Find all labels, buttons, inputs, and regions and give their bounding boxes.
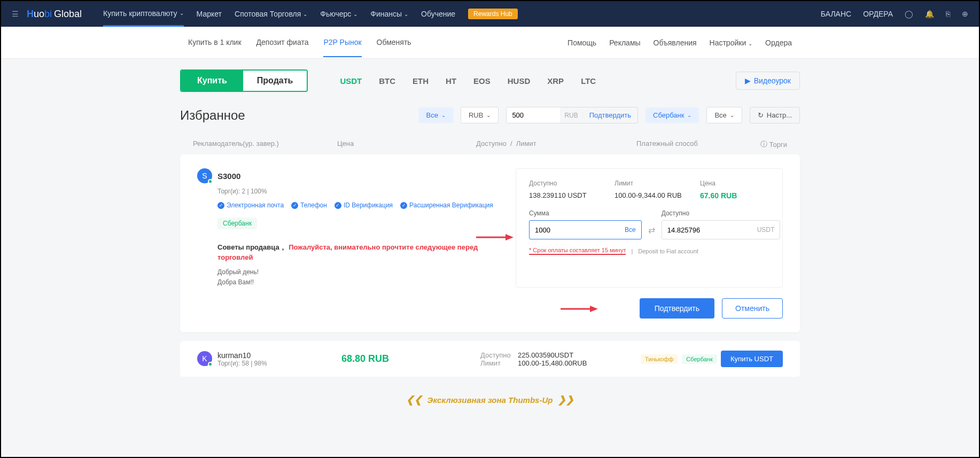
- payment-time-note: * Срок оплаты составляет 15 минут: [529, 247, 626, 255]
- filter-confirm[interactable]: Подтвердить: [582, 111, 637, 119]
- cancel-button[interactable]: Отменить: [722, 298, 783, 319]
- nav-buy-crypto[interactable]: Купить криптовалюту⌄: [103, 2, 184, 27]
- coin-btc[interactable]: BTC: [379, 76, 395, 86]
- panel-available-value: 138.239110 USDT: [529, 191, 598, 199]
- badge-id: ✓ID Верификация: [335, 201, 393, 209]
- payment-sberbank: Сбербанк: [217, 218, 257, 229]
- subnav-settings[interactable]: Настройки ⌄: [710, 29, 753, 57]
- filter-all[interactable]: Все⌄: [419, 107, 453, 123]
- panel-price-label: Цена: [700, 180, 769, 187]
- seller-tips: Советы продавца， Пожалуйста, внимательно…: [217, 242, 494, 288]
- subnav-one-click[interactable]: Купить в 1 клик: [188, 28, 242, 57]
- logo[interactable]: HuobiGlobal: [27, 9, 82, 20]
- nav-market[interactable]: Маркет: [197, 2, 222, 26]
- user-icon[interactable]: ◯: [905, 10, 913, 18]
- nav-futures[interactable]: Фьючерс⌄: [320, 2, 357, 26]
- svg-marker-3: [590, 306, 598, 312]
- coin-usdt[interactable]: USDT: [340, 76, 362, 86]
- subnav-orders[interactable]: Ордера: [765, 29, 792, 57]
- payment-tinkoff: Тинькофф: [641, 354, 678, 364]
- nav-spot[interactable]: Спотовая Торговля⌄: [235, 2, 307, 26]
- row-price: 68.80 RUB: [341, 353, 480, 364]
- sum-input[interactable]: [535, 226, 625, 234]
- nav-finance[interactable]: Финансы⌄: [370, 2, 408, 26]
- filter-settings[interactable]: ↻Настр...: [750, 107, 800, 123]
- rewards-hub-badge[interactable]: Rewards Hub: [468, 9, 518, 19]
- filter-currency[interactable]: RUB⌄: [461, 107, 499, 123]
- sum-all-button[interactable]: Все: [625, 226, 636, 234]
- sell-button[interactable]: Продать: [243, 71, 307, 91]
- avail2-unit: USDT: [757, 226, 775, 234]
- coin-eth[interactable]: ETH: [413, 76, 429, 86]
- sub-navigation: Купить в 1 клик Депозит фиата P2P Рынок …: [1, 27, 979, 59]
- filter-all2[interactable]: Все⌄: [706, 107, 742, 123]
- order-row: K kurman10 Торг(и): 58 | 98% 68.80 RUB Д…: [180, 341, 800, 377]
- laurel-right-icon: ❯❯: [558, 394, 574, 406]
- chevron-down-icon: ⌄: [486, 112, 491, 118]
- info-icon: ⓘ: [760, 139, 767, 149]
- deposit-note[interactable]: Deposit to Fiat account: [638, 248, 698, 254]
- buy-sell-toggle: Купить Продать: [180, 69, 308, 92]
- swap-icon[interactable]: ⇄: [648, 225, 655, 235]
- seller-stats: Торг(и): 58 | 98%: [217, 360, 267, 367]
- video-tutorial-link[interactable]: ▶Видеоурок: [736, 72, 800, 90]
- filter-bank[interactable]: Сбербанк⌄: [645, 107, 699, 123]
- badge-phone: ✓Телефон: [291, 201, 327, 209]
- coin-ltc[interactable]: LTC: [581, 76, 596, 86]
- subnav-listings[interactable]: Объявления: [654, 29, 697, 57]
- seller-name[interactable]: S3000: [217, 172, 240, 181]
- page-title: Избранное: [180, 108, 245, 123]
- avail2-input[interactable]: [667, 226, 757, 234]
- confirm-button[interactable]: Подтвердить: [640, 298, 714, 319]
- avail2-label: Доступно: [662, 209, 781, 217]
- nav-orders[interactable]: ОРДЕРА: [863, 10, 893, 18]
- subnav-ads[interactable]: Рекламы: [609, 29, 640, 57]
- sum-input-box: Все: [529, 220, 642, 239]
- globe-icon[interactable]: ⊕: [962, 10, 968, 18]
- play-icon: ▶: [745, 76, 751, 85]
- subnav-help[interactable]: Помощь: [567, 29, 596, 57]
- coin-ht[interactable]: HT: [446, 76, 456, 86]
- seller-name[interactable]: kurman10: [217, 351, 267, 360]
- trade-row: Купить Продать USDT BTC ETH HT EOS HUSD …: [180, 69, 800, 92]
- svg-marker-1: [505, 234, 514, 240]
- filter-amount-input[interactable]: [507, 107, 560, 123]
- buy-button[interactable]: Купить: [181, 71, 243, 91]
- coin-eos[interactable]: EOS: [473, 76, 491, 86]
- chevron-down-icon: ⌄: [730, 112, 734, 118]
- badge-email: ✓Электронная почта: [217, 201, 284, 209]
- nav-learn[interactable]: Обучение: [421, 2, 455, 26]
- chevron-down-icon: ⌄: [687, 112, 691, 118]
- coin-husd[interactable]: HUSD: [508, 76, 531, 86]
- subnav-exchange[interactable]: Обменять: [377, 28, 411, 57]
- col-advertiser: Рекламодатель(ур. завер.): [193, 139, 337, 149]
- buy-usdt-button[interactable]: Купить USDT: [721, 351, 783, 367]
- coin-xrp[interactable]: XRP: [547, 76, 564, 86]
- trade-panel: Доступно 138.239110 USDT Лимит 100.00-9,…: [516, 168, 783, 288]
- col-payment: Платежный способ: [636, 139, 744, 149]
- panel-limit-value: 100.00-9,344.00 RUB: [615, 191, 684, 199]
- annotation-arrow: [561, 304, 598, 314]
- payment-sberbank: Сбербанк: [682, 354, 717, 364]
- col-available: Доступно / Лимит: [476, 139, 636, 149]
- panel-limit-label: Лимит: [615, 180, 684, 187]
- seller-section: S S3000 Торг(и): 2 | 100% ✓Электронная п…: [197, 168, 494, 288]
- bell-icon[interactable]: 🔔: [925, 10, 934, 18]
- coin-list: USDT BTC ETH HT EOS HUSD XRP LTC: [340, 76, 596, 86]
- chevron-down-icon: ⌄: [353, 11, 357, 17]
- check-icon: ✓: [400, 202, 407, 209]
- badge-advanced: ✓Расширенная Верификация: [400, 201, 493, 209]
- nav-balance[interactable]: БАЛАНС: [821, 10, 851, 18]
- subnav-fiat-deposit[interactable]: Депозит фиата: [256, 28, 309, 57]
- filter-row: Избранное Все⌄ RUB⌄ RUB Подтвердить Сбер…: [180, 107, 800, 123]
- hamburger-icon[interactable]: ☰: [12, 10, 19, 18]
- nav-right: БАЛАНС ОРДЕРА ◯ 🔔 ⎘ ⊕: [821, 10, 968, 18]
- subnav-p2p[interactable]: P2P Рынок: [323, 28, 361, 57]
- panel-available-label: Доступно: [529, 180, 598, 187]
- online-dot-icon: [208, 362, 213, 367]
- seller-stats: Торг(и): 2 | 100%: [217, 188, 494, 195]
- refresh-icon: ↻: [758, 111, 764, 119]
- download-icon[interactable]: ⎘: [946, 10, 950, 18]
- seller-badges: ✓Электронная почта ✓Телефон ✓ID Верифика…: [217, 201, 494, 209]
- chevron-down-icon: ⌄: [441, 112, 446, 118]
